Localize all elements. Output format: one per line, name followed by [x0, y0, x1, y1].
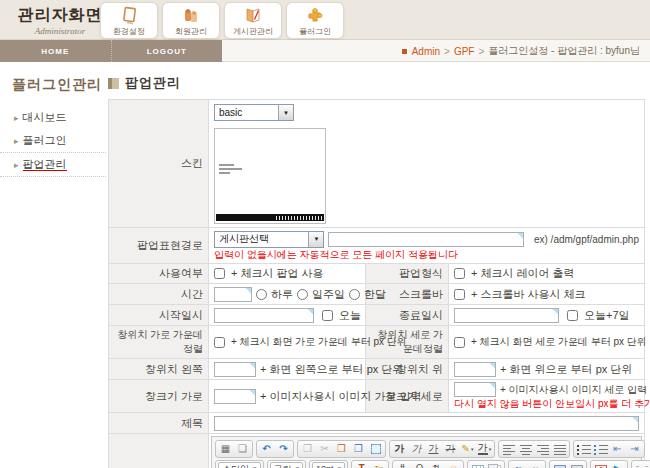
highlight-color-button[interactable]: ✎▾	[459, 441, 476, 457]
editor-label-cell	[109, 434, 209, 468]
breadcrumb-link-gpf[interactable]: GPF	[454, 46, 475, 57]
multimedia-button[interactable]	[592, 461, 609, 468]
style-select[interactable]: 스타일	[218, 462, 261, 468]
image-button[interactable]	[551, 461, 568, 468]
board-select[interactable]: 게시판선택	[214, 231, 324, 248]
sidebar-title: 플러그인관리	[0, 62, 106, 106]
align-center-button[interactable]	[517, 441, 534, 457]
select-all-button[interactable]	[367, 441, 384, 457]
cut-button[interactable]: ✂	[316, 441, 333, 457]
use-desc: + 체크시 팝업 사용	[231, 266, 324, 281]
media-play-button[interactable]: ▶	[609, 461, 626, 468]
ordered-list-button[interactable]	[575, 441, 592, 457]
remove-format-button[interactable]: Tx	[370, 461, 387, 468]
skin-label: 스킨	[109, 100, 209, 228]
text-effect-icon: T	[359, 464, 365, 468]
menu-settings[interactable]: 환경설정	[100, 2, 158, 39]
start-input[interactable]	[214, 308, 314, 323]
menu-plugin[interactable]: 플러그인	[286, 2, 344, 39]
copy-button[interactable]: ❐	[299, 441, 316, 457]
subject-input[interactable]	[214, 416, 639, 431]
horizontal-rule-button[interactable]	[633, 461, 650, 468]
indent-button[interactable]: ⇥	[626, 441, 643, 457]
path-input[interactable]	[328, 232, 523, 247]
hcenter-checkbox[interactable]	[214, 337, 225, 348]
layer-button[interactable]	[486, 461, 503, 468]
end-label: 종료일시	[366, 305, 449, 326]
app-brand: 관리자화면 Administrator	[14, 5, 106, 36]
undo-button[interactable]: ↶	[258, 441, 275, 457]
time-radio-day[interactable]	[256, 289, 267, 300]
start-today-checkbox[interactable]	[322, 310, 333, 321]
align-justify-button[interactable]	[551, 441, 568, 457]
underline-button[interactable]: 가	[425, 441, 442, 457]
logout-button[interactable]: LOGOUT	[111, 40, 223, 62]
time-radio-month[interactable]	[349, 289, 360, 300]
subject-label: 제목	[109, 413, 209, 434]
sidebar-item-dashboard[interactable]: 대시보드	[0, 106, 106, 129]
size-select[interactable]: 10pt	[312, 462, 345, 468]
format-checkbox[interactable]	[454, 268, 465, 279]
toolbar-group: 가가가가✎▾가▾	[389, 440, 495, 458]
toolbar-group: ↶↷	[256, 440, 294, 458]
align-left-button[interactable]	[500, 441, 517, 457]
italic-button[interactable]: 가	[408, 441, 425, 457]
breadcrumb-link-admin[interactable]: Admin	[412, 46, 440, 57]
home-button[interactable]: HOME	[0, 40, 111, 62]
unlink-button[interactable]: ∞	[527, 461, 544, 468]
redo-icon: ↷	[279, 444, 287, 454]
toolbar-group	[498, 440, 570, 458]
blockquote-button[interactable]: “	[394, 461, 411, 468]
redo-button[interactable]: ↷	[275, 441, 292, 457]
font-select[interactable]: 굴림	[270, 462, 304, 468]
pos-top-input[interactable]	[454, 362, 496, 377]
toolbar-row-2: 스타일굴림10ptTTx“Ω⇅☺∞∞▶	[215, 459, 638, 468]
outdent-button[interactable]: ⇤	[609, 441, 626, 457]
align-center-icon	[520, 444, 532, 455]
sidebar-item-popup[interactable]: 팝업관리	[0, 153, 106, 177]
paste-button[interactable]: ❒	[333, 441, 350, 457]
menu-label: 플러그인	[299, 27, 331, 36]
pos-left-label: 창위치 왼쪽	[109, 359, 209, 380]
print-button[interactable]: ▦	[217, 441, 234, 457]
vcenter-checkbox[interactable]	[454, 337, 465, 348]
size-width-input[interactable]	[214, 389, 256, 404]
new-document-button[interactable]: ❏	[234, 441, 251, 457]
start-label: 시작일시	[109, 305, 209, 326]
main-content: 팝업관리 스킨 basic 팝업표현경로	[108, 62, 648, 468]
bold-button[interactable]: 가	[391, 441, 408, 457]
paste-html-button[interactable]: ❒	[350, 441, 367, 457]
emoticon-button[interactable]: ☺	[445, 461, 462, 468]
chevron-down-icon: ▾	[471, 446, 474, 452]
special-char-button[interactable]: Ω	[411, 461, 428, 468]
select-all-icon	[371, 444, 381, 454]
breadcrumb-separator: >	[444, 46, 450, 57]
paste-icon: ❒	[337, 444, 346, 454]
time-input[interactable]	[214, 287, 252, 302]
font-color-button[interactable]: 가▾	[476, 441, 493, 457]
chevron-down-icon	[308, 232, 323, 247]
table-button[interactable]	[469, 461, 486, 468]
photo-album-button[interactable]	[568, 461, 585, 468]
use-checkbox[interactable]	[214, 268, 225, 279]
skin-select[interactable]: basic	[214, 104, 294, 121]
menu-board[interactable]: 게시판관리	[224, 2, 282, 39]
toolbar-group	[631, 460, 650, 468]
time-radio-week[interactable]	[297, 289, 308, 300]
link-button[interactable]: ∞	[510, 461, 527, 468]
line-height-button[interactable]: ⇅	[428, 461, 445, 468]
text-effect-button[interactable]: T	[353, 461, 370, 468]
sidebar-item-plugin[interactable]: 플러그인	[0, 129, 106, 153]
strikethrough-button[interactable]: 가	[442, 441, 459, 457]
scrollbar-checkbox[interactable]	[454, 289, 465, 300]
menu-members[interactable]: 회원관리	[162, 2, 220, 39]
pos-left-input[interactable]	[214, 362, 256, 377]
end-input[interactable]	[454, 308, 559, 323]
unordered-list-button[interactable]	[592, 441, 609, 457]
hcenter-label: 창위치 가로 가운데정렬	[109, 326, 209, 359]
align-right-button[interactable]	[534, 441, 551, 457]
end-week-checkbox[interactable]	[567, 310, 578, 321]
size-height-input[interactable]	[454, 382, 496, 397]
toolbar-group: ⇤⇥	[573, 440, 645, 458]
special-char-icon: Ω	[416, 464, 423, 468]
